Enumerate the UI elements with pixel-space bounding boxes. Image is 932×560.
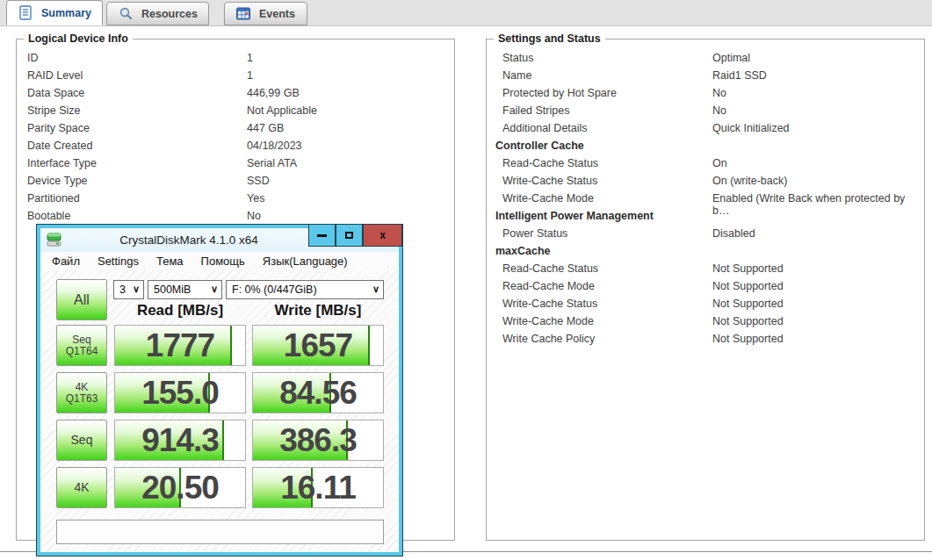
read-result-cell: 1777 [114, 325, 246, 366]
menu-item[interactable]: Файл [43, 255, 89, 268]
info-row: PartitionedYes [17, 192, 454, 210]
close-icon: x [379, 229, 386, 241]
info-value: Not Supported [712, 298, 784, 310]
test-button-4k[interactable]: 4K [56, 467, 107, 508]
write-result-cell: 386.3 [252, 420, 384, 461]
section-header-row: maxCache [487, 245, 924, 262]
info-row: Write Cache PolicyNot Supported [487, 333, 924, 350]
info-row: RAID Level1 [17, 69, 454, 87]
info-row: Stripe SizeNot Applicable [17, 104, 454, 122]
info-value: Quick Initialized [712, 122, 790, 134]
test-button-label: 4K [76, 382, 89, 393]
chevron-down-icon: ∨ [133, 284, 140, 295]
panel-legend: Settings and Status [494, 32, 605, 45]
info-label: Date Created [27, 140, 92, 152]
cdm-client-area: All 3 ∨ 500MiB ∨ F: 0% (0/447GiB) ∨ Read… [40, 270, 399, 552]
test-button-label: Seq [72, 334, 90, 346]
read-result-cell: 20.50 [114, 467, 246, 508]
test-button-label: 4K [74, 482, 89, 493]
tab-bar: SummaryResourcesEvents [0, 0, 932, 26]
info-value: Yes [247, 192, 264, 205]
write-result-cell: 84.56 [252, 372, 384, 413]
info-value: No [247, 210, 261, 222]
run-count-value: 3 [119, 284, 126, 296]
write-result-value: 16.11 [253, 468, 383, 507]
info-label: Status [502, 52, 533, 64]
info-label: Data Space [27, 87, 84, 99]
tab-label: Events [259, 8, 295, 20]
target-drive-select[interactable]: F: 0% (0/447GiB) ∨ [226, 280, 384, 299]
read-column-header: Read [MB/s] [114, 302, 246, 319]
info-value: Not Applicable [247, 104, 317, 117]
tab-events[interactable]: Events [224, 2, 307, 25]
section-header-row: Intelligent Power Management [487, 210, 924, 227]
info-label: Interface Type [27, 157, 97, 169]
run-all-button[interactable]: All [56, 279, 107, 320]
close-button[interactable]: x [363, 225, 402, 247]
test-button-4k-q1t63[interactable]: 4KQ1T63 [56, 372, 107, 413]
menu-item[interactable]: Тема [148, 255, 192, 268]
comment-input[interactable] [56, 520, 384, 544]
menu-item[interactable]: Помощь [192, 255, 254, 268]
tab-resources[interactable]: Resources [106, 2, 209, 25]
target-drive-value: F: 0% (0/447GiB) [232, 284, 317, 296]
magnifier-icon [118, 6, 134, 21]
menu-item[interactable]: Settings [89, 255, 148, 268]
maximize-button[interactable] [336, 225, 363, 247]
info-value: On [712, 157, 727, 169]
info-row: Read-Cache StatusNot Supported [487, 262, 924, 280]
benchmark-row: Seq914.3386.3 [40, 420, 399, 461]
info-value: Serial ATA [247, 157, 297, 169]
menu-item[interactable]: Язык(Language) [254, 255, 357, 268]
info-value: Optimal [712, 52, 750, 64]
title-bar[interactable]: CrystalDiskMark 4.1.0 x64 x [40, 228, 399, 252]
test-button-label: Q1T63 [66, 393, 98, 405]
info-row: Date Created04/18/2023 [17, 140, 454, 157]
write-result-value: 84.56 [253, 373, 383, 413]
write-result-cell: 1657 [252, 325, 384, 366]
test-button-seq-q1t64[interactable]: SeqQ1T64 [56, 325, 107, 366]
chevron-down-icon: ∨ [372, 284, 379, 295]
read-result-value: 1777 [115, 326, 245, 365]
info-label: Additional Details [502, 122, 588, 134]
info-value: 446,99 GB [247, 87, 300, 99]
read-result-value: 155.0 [115, 373, 245, 413]
info-label: Write-Cache Status [502, 175, 597, 187]
tab-label: Summary [41, 7, 91, 19]
info-label: maxCache [495, 245, 551, 257]
info-label: Name [502, 69, 531, 82]
chevron-down-icon: ∨ [211, 284, 218, 295]
info-value: No [712, 87, 726, 99]
info-row: NameRaid1 SSD [487, 69, 924, 87]
info-row: Data Space446,99 GB [17, 87, 454, 104]
info-label: Write-Cache Status [502, 298, 597, 310]
info-value: Not Supported [712, 280, 784, 292]
info-value: Not Supported [712, 333, 784, 345]
info-value: 1 [247, 69, 253, 82]
window-controls: x [308, 225, 402, 247]
info-row: Device TypeSSD [17, 175, 454, 192]
info-label: Power Status [502, 227, 567, 240]
info-row: Interface TypeSerial ATA [17, 157, 454, 175]
info-row: Write-Cache ModeNot Supported [487, 315, 924, 333]
read-result-cell: 914.3 [114, 420, 246, 461]
test-button-seq[interactable]: Seq [56, 420, 107, 461]
read-result-value: 20.50 [115, 468, 245, 507]
document-icon [18, 5, 33, 20]
info-label: RAID Level [27, 69, 83, 82]
menu-bar: ФайлSettingsТемаПомощьЯзык(Language) [40, 252, 399, 270]
info-row: Power StatusDisabled [487, 227, 924, 245]
info-row: Parity Space447 GB [17, 122, 454, 140]
info-value: 04/18/2023 [247, 140, 302, 152]
run-count-select[interactable]: 3 ∨ [113, 280, 144, 299]
info-label: Controller Cache [495, 140, 584, 152]
app-disk-icon [47, 233, 63, 248]
test-button-label: Seq [71, 434, 93, 446]
tab-label: Resources [141, 8, 198, 20]
test-size-select[interactable]: 500MiB ∨ [148, 280, 222, 299]
info-row: Additional DetailsQuick Initialized [487, 122, 924, 140]
info-value: No [712, 104, 726, 117]
info-label: Read-Cache Status [502, 157, 598, 169]
tab-summary[interactable]: Summary [6, 0, 103, 25]
minimize-button[interactable] [308, 225, 336, 247]
